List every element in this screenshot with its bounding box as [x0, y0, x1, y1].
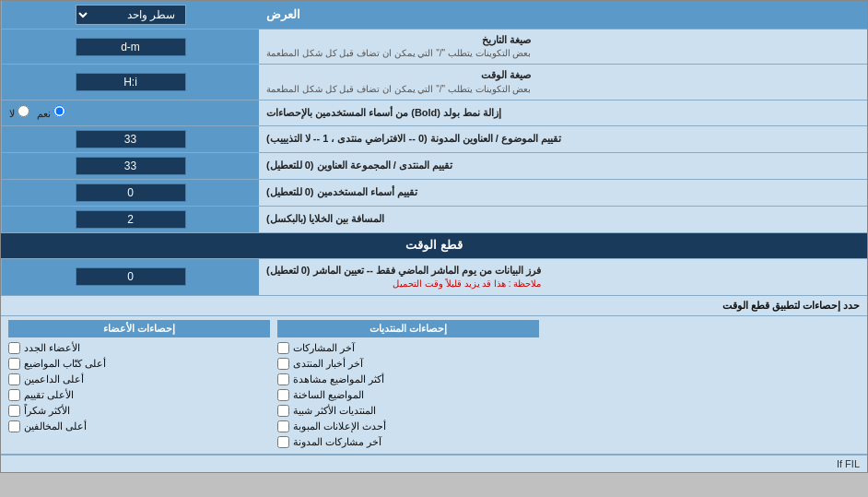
date-format-desc: صيغة التاريخ بعض التكوينات يتطلب "/" الت…	[259, 30, 867, 64]
radio-no-label: لا	[9, 105, 29, 120]
checkbox-item: أعلى الداعمين	[8, 372, 270, 387]
cell-gap-input[interactable]	[76, 210, 186, 229]
bold-remove-radio-cell: نعم لا	[1, 101, 259, 125]
time-format-input-cell	[1, 65, 259, 99]
radio-yes[interactable]	[53, 105, 65, 117]
checkbox-item: المواضيع الساخنة	[277, 387, 539, 403]
time-cut-input[interactable]	[76, 267, 186, 286]
forum-group-label: تقييم المنتدى / المجموعة العناوين (0 للت…	[259, 153, 867, 179]
forum-order-row: تقييم الموضوع / العناوين المدونة (0 -- ا…	[1, 126, 867, 153]
radio-no[interactable]	[18, 105, 29, 117]
display-label: العرض	[259, 1, 867, 29]
checkbox-item: آخر أخبار المنتدى	[277, 356, 539, 372]
time-cut-input-cell	[1, 259, 259, 295]
checkbox-item: أحدث الإعلانات المبوبة	[277, 419, 539, 434]
time-format-input[interactable]	[76, 73, 186, 91]
time-cut-row: فرز البيانات من يوم الماشر الماضي فقط --…	[1, 259, 867, 296]
time-cut-section-title: قطع الوقت	[1, 233, 867, 258]
checkbox-classifieds[interactable]	[277, 420, 289, 432]
user-names-label: تقييم أسماء المستخدمين (0 للتعطيل)	[259, 180, 867, 206]
user-names-input-cell	[1, 180, 259, 206]
forum-group-input-cell	[1, 153, 259, 179]
checkbox-most-thanked[interactable]	[8, 405, 20, 417]
members-col-header: إحصاءات الأعضاء	[8, 320, 270, 337]
checkbox-new-members[interactable]	[8, 342, 20, 354]
bold-remove-label: إزالة نمط بولد (Bold) من أسماء المستخدمي…	[259, 101, 867, 125]
checkbox-item: آخر مشاركات المدونة	[277, 434, 539, 450]
checkbox-highest-rated[interactable]	[8, 389, 20, 401]
date-format-input-cell	[1, 30, 259, 64]
stats-define-row: حدد إحصاءات لتطبيق قطع الوقت	[1, 296, 867, 316]
forum-group-row: تقييم المنتدى / المجموعة العناوين (0 للت…	[1, 153, 867, 180]
checkbox-col-forums: إحصاءات المنتديات آخر المشاركات آخر أخبا…	[274, 320, 543, 450]
checkbox-blog-posts[interactable]	[277, 436, 289, 448]
display-select[interactable]: سطر واحد سطرين ثلاثة أسطر	[76, 5, 186, 25]
time-cut-section-row: قطع الوقت	[1, 233, 867, 259]
forum-order-input[interactable]	[76, 130, 186, 148]
checkbox-item: آخر المشاركات	[277, 340, 539, 356]
forums-col-header: إحصاءات المنتديات	[277, 320, 539, 337]
cell-gap-label: المسافة بين الخلايا (بالبكسل)	[259, 207, 867, 232]
checkbox-top-supporters[interactable]	[8, 373, 20, 385]
forum-group-input[interactable]	[76, 157, 186, 175]
date-format-row: صيغة التاريخ بعض التكوينات يتطلب "/" الت…	[1, 30, 867, 65]
checkbox-columns: إحصاءات المنتديات آخر المشاركات آخر أخبا…	[5, 320, 863, 450]
checkbox-col-empty	[543, 320, 864, 450]
radio-yes-label: نعم	[37, 105, 65, 120]
checkbox-item: المنتديات الأكثر شبية	[277, 403, 539, 419]
cell-gap-row: المسافة بين الخلايا (بالبكسل)	[1, 207, 867, 233]
checkbox-popular-forums[interactable]	[277, 405, 289, 417]
time-cut-label: فرز البيانات من يوم الماشر الماضي فقط --…	[259, 259, 867, 295]
time-format-row: صيغة الوقت بعض التكوينات يتطلب "/" التي …	[1, 65, 867, 100]
checkbox-item: أعلى المخالفين	[8, 419, 270, 434]
checkboxes-section: إحصاءات المنتديات آخر المشاركات آخر أخبا…	[1, 316, 867, 455]
forum-order-label: تقييم الموضوع / العناوين المدونة (0 -- ا…	[259, 126, 867, 152]
checkbox-top-writers[interactable]	[8, 358, 20, 370]
user-names-row: تقييم أسماء المستخدمين (0 للتعطيل)	[1, 180, 867, 207]
date-format-input[interactable]	[76, 38, 186, 56]
checkbox-item: أعلى كتّاب المواضيع	[8, 356, 270, 372]
cell-gap-input-cell	[1, 207, 259, 232]
checkbox-hot-topics[interactable]	[277, 389, 289, 401]
forum-order-input-cell	[1, 126, 259, 152]
checkbox-col-members: إحصاءات الأعضاء الأعضاء الجدد أعلى كتّاب…	[5, 320, 274, 450]
header-row: العرض سطر واحد سطرين ثلاثة أسطر	[1, 1, 867, 30]
checkbox-last-posts[interactable]	[277, 342, 289, 354]
checkbox-item: الأعضاء الجدد	[8, 340, 270, 356]
checkbox-last-news[interactable]	[277, 358, 289, 370]
time-format-desc: صيغة الوقت بعض التكوينات يتطلب "/" التي …	[259, 65, 867, 99]
display-select-cell: سطر واحد سطرين ثلاثة أسطر	[1, 1, 259, 29]
bold-remove-row: إزالة نمط بولد (Bold) من أسماء المستخدمي…	[1, 101, 867, 126]
checkbox-item: الأعلى تقييم	[8, 387, 270, 403]
main-container: العرض سطر واحد سطرين ثلاثة أسطر صيغة الت…	[0, 0, 868, 473]
checkbox-top-violators[interactable]	[8, 420, 20, 432]
checkbox-most-viewed[interactable]	[277, 373, 289, 385]
bottom-note: If FIL	[1, 455, 867, 472]
checkbox-item: الأكثر شكراً	[8, 403, 270, 419]
user-names-input[interactable]	[76, 183, 186, 202]
checkbox-item: أكثر المواضيع مشاهدة	[277, 372, 539, 387]
